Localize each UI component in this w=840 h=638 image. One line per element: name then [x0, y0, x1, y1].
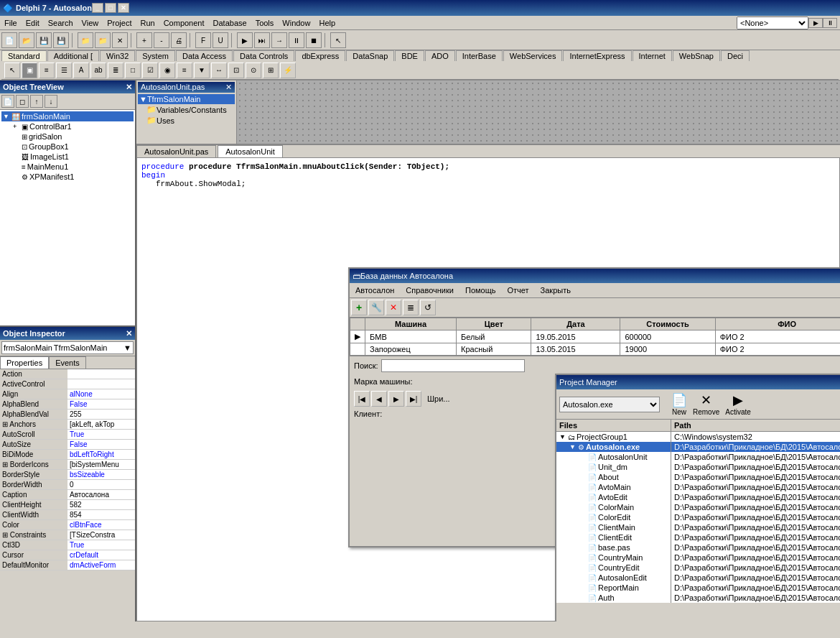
- comp-memo[interactable]: ≣: [108, 63, 123, 78]
- comp-scrollbar[interactable]: ↔: [211, 63, 227, 78]
- pm-file-row-9[interactable]: 📄ClientMain: [556, 522, 671, 532]
- open-button[interactable]: 📂: [19, 32, 34, 48]
- pm-file-row-13[interactable]: 📄CountryEdit: [556, 563, 671, 573]
- pm-file-row-14[interactable]: 📄AutosalonEdit: [556, 573, 671, 583]
- db-menu-spravochniki[interactable]: Справочники: [400, 285, 459, 296]
- menu-search[interactable]: Search: [44, 17, 78, 29]
- comp-edit[interactable]: ab: [90, 63, 106, 78]
- tab-deci[interactable]: Deci: [721, 50, 750, 61]
- minimize-button[interactable]: _: [92, 3, 103, 13]
- form-tree-item-uses[interactable]: 📁 Uses: [138, 115, 235, 126]
- pm-file-row-8[interactable]: 📄ColorEdit: [556, 512, 671, 522]
- close-button[interactable]: ✕: [118, 3, 129, 13]
- comp-popupmenu[interactable]: ☰: [56, 63, 72, 78]
- treeview-item-mainmenu1[interactable]: ≡ MainMenu1: [1, 162, 134, 172]
- inspector-property-row[interactable]: ⊞ Anchors[akLeft, akTop: [0, 420, 135, 430]
- comp-actionlist[interactable]: ⚡: [280, 63, 296, 78]
- tab-interbase[interactable]: InterBase: [456, 50, 503, 61]
- new-button[interactable]: 📄: [1, 32, 17, 48]
- inspector-property-row[interactable]: CursorcrDefault: [0, 550, 135, 560]
- db-nav-next[interactable]: ▶: [388, 391, 404, 407]
- inspector-property-row[interactable]: AutoSizeFalse: [0, 440, 135, 450]
- save-button[interactable]: 💾: [36, 32, 52, 48]
- treeview-select-button[interactable]: ◻: [16, 95, 29, 108]
- tab-internet[interactable]: Internet: [633, 50, 672, 61]
- treeview-item-imagelist1[interactable]: 🖼 ImageList1: [1, 152, 134, 162]
- print-button[interactable]: 🖨: [171, 32, 187, 48]
- db-menu-help[interactable]: Помощь: [459, 285, 502, 296]
- pm-file-row-11[interactable]: 📄base.pas: [556, 542, 671, 553]
- stop-button[interactable]: ⏹: [306, 32, 322, 48]
- pause-prog-button[interactable]: ⏸: [289, 32, 304, 48]
- db-nav-first[interactable]: |◀: [354, 391, 370, 407]
- run-prog-button[interactable]: ▶: [237, 32, 253, 48]
- inspector-property-row[interactable]: AlphaBlendFalse: [0, 399, 135, 410]
- treeview-up-button[interactable]: ↑: [30, 95, 43, 108]
- treeview-down-button[interactable]: ↓: [45, 95, 57, 108]
- tab-additional[interactable]: Additional [: [47, 50, 99, 61]
- menu-window[interactable]: Window: [278, 17, 314, 29]
- cursor-tool[interactable]: ↖: [330, 32, 346, 48]
- trace-button[interactable]: →: [271, 32, 287, 48]
- comp-checkbox[interactable]: ☑: [142, 63, 158, 78]
- pm-activate-button[interactable]: ▶ Activate: [725, 392, 751, 416]
- tab-dbexpress[interactable]: dbExpress: [295, 50, 345, 61]
- step-button[interactable]: ⏭: [254, 32, 270, 48]
- treeview-new-button[interactable]: 📄: [1, 95, 14, 108]
- db-search-input[interactable]: [381, 359, 525, 372]
- tab-datacontrols[interactable]: Data Controls: [233, 50, 294, 61]
- treeview-item-gridsalon[interactable]: ⊞ gridSalon: [1, 131, 134, 142]
- maximize-button[interactable]: □: [105, 3, 116, 13]
- run-button[interactable]: ▶: [808, 18, 823, 28]
- menu-project[interactable]: Project: [103, 17, 136, 29]
- comp-mainmenu[interactable]: ≡: [39, 63, 55, 78]
- pm-file-row-0[interactable]: ▼🗂ProjectGroup1: [556, 432, 671, 442]
- toggle-form-button[interactable]: F: [195, 32, 211, 48]
- inspector-tab-properties[interactable]: Properties: [0, 356, 49, 369]
- menu-run[interactable]: Run: [136, 17, 159, 29]
- comp-button[interactable]: □: [125, 63, 141, 78]
- pm-file-row-3[interactable]: 📄Unit_dm: [556, 462, 671, 472]
- inspector-close-button[interactable]: ✕: [126, 329, 132, 338]
- menu-database[interactable]: Database: [209, 17, 251, 29]
- inspector-property-row[interactable]: Action: [0, 369, 135, 379]
- close-proj-button[interactable]: ✕: [112, 32, 128, 48]
- comp-panel[interactable]: ⊞: [263, 63, 279, 78]
- pm-file-row-6[interactable]: 📄AvtoEdit: [556, 492, 671, 502]
- tab-datasnap[interactable]: DataSnap: [346, 50, 394, 61]
- pm-file-row-12[interactable]: 📄CountryMain: [556, 553, 671, 563]
- comp-radiogroup[interactable]: ⊙: [246, 63, 261, 78]
- pm-file-row-2[interactable]: 📄AutosalonUnit: [556, 452, 671, 462]
- inspector-property-row[interactable]: ClientHeight582: [0, 500, 135, 510]
- inspector-property-row[interactable]: BiDiModebdLeftToRight: [0, 450, 135, 460]
- tab-websnap[interactable]: WebSnap: [673, 50, 720, 61]
- comp-label[interactable]: A: [73, 63, 89, 78]
- menu-help[interactable]: Help: [314, 17, 340, 29]
- pm-new-button[interactable]: 📄 New: [671, 392, 687, 416]
- db-filter-button[interactable]: ≣: [403, 300, 419, 315]
- inspector-property-row[interactable]: BorderWidth0: [0, 480, 135, 490]
- save-proj-button[interactable]: 📁: [95, 32, 111, 48]
- inspector-property-row[interactable]: AutoScrollTrue: [0, 430, 135, 440]
- comp-combobox[interactable]: ▼: [194, 63, 210, 78]
- db-menu-report[interactable]: Отчет: [501, 285, 534, 296]
- db-delete-button[interactable]: ✕: [386, 300, 401, 315]
- comp-radiobutton[interactable]: ◉: [159, 63, 175, 78]
- tab-webservices[interactable]: WebServices: [503, 50, 563, 61]
- pm-file-row-1[interactable]: ▼⚙Autosalon.exe: [556, 442, 671, 452]
- menu-edit[interactable]: Edit: [22, 17, 44, 29]
- inspector-property-row[interactable]: ⊞ BorderIcons[biSystemMenu: [0, 460, 135, 470]
- tab-ado[interactable]: ADO: [425, 50, 455, 61]
- tab-system[interactable]: System: [136, 50, 175, 61]
- db-row-2[interactable]: Запорожец Красный 13.05.2015 19000 ФИО 2…: [350, 343, 841, 356]
- tab-internetexpress[interactable]: InternetExpress: [563, 50, 631, 61]
- inspector-property-row[interactable]: BorderStylebsSizeable: [0, 470, 135, 480]
- tab-bde[interactable]: BDE: [395, 50, 424, 61]
- comp-groupbox[interactable]: ⊡: [228, 63, 244, 78]
- db-nav-last[interactable]: ▶|: [406, 391, 421, 407]
- pm-file-row-5[interactable]: 📄AvtoMain: [556, 482, 671, 492]
- inspector-property-row[interactable]: AlignalNone: [0, 389, 135, 399]
- menu-component[interactable]: Component: [159, 17, 209, 29]
- form-tree-item-frmsalonmain[interactable]: ▼ TfrmSalonMain: [138, 94, 235, 104]
- comp-listbox[interactable]: ≡: [177, 63, 192, 78]
